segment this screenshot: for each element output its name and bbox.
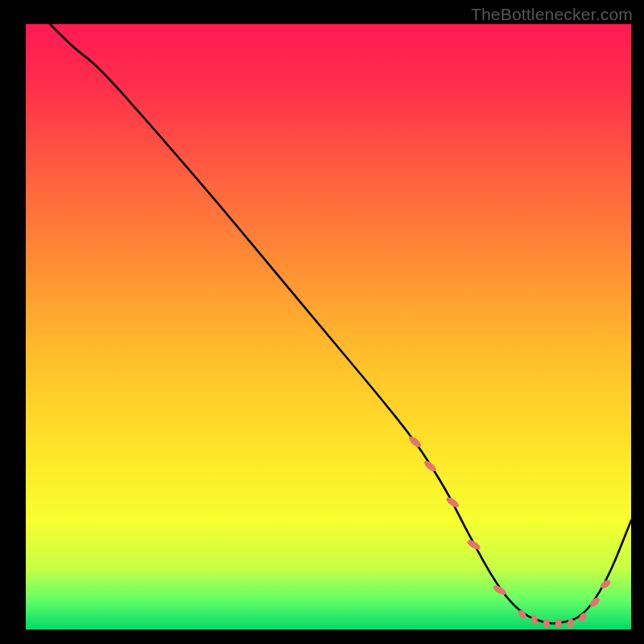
curve-marker (407, 435, 423, 449)
bottleneck-curve (50, 24, 631, 623)
chart-svg (0, 0, 644, 644)
curve-marker (423, 459, 438, 473)
curve-marker (543, 618, 550, 628)
curve-marker (466, 539, 482, 551)
curve-marker (555, 618, 562, 628)
curve-marker (444, 496, 460, 510)
curve-marker (531, 615, 538, 625)
chart-container: TheBottlenecker.com (0, 0, 644, 644)
watermark-text: TheBottlenecker.com (471, 5, 633, 24)
